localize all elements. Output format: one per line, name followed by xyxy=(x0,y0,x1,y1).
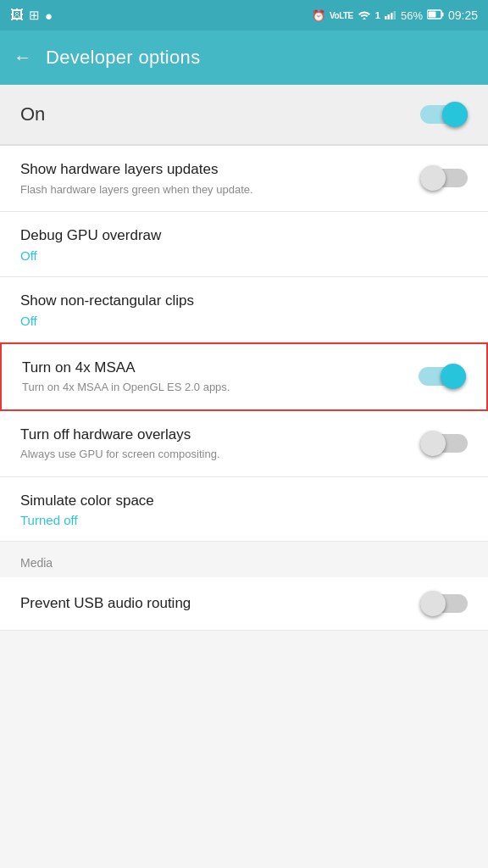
toggle-show-hardware-layers[interactable] xyxy=(420,165,468,191)
setting-title: Turn off hardware overlays xyxy=(20,425,407,445)
setting-text: Turn on 4x MSAA Turn on 4x MSAA in OpenG… xyxy=(22,358,419,396)
app-bar: ← Developer options xyxy=(0,31,488,85)
status-bar: 🖼 ⊞ ● ⏰ VoLTE 1 56% 09:25 xyxy=(0,0,488,31)
toggle-thumb xyxy=(441,364,466,389)
section-header-label: Media xyxy=(20,556,53,570)
main-toggle-switch[interactable] xyxy=(420,102,468,127)
setting-4x-msaa[interactable]: Turn on 4x MSAA Turn on 4x MSAA in OpenG… xyxy=(0,342,488,411)
setting-text: Turn off hardware overlays Always use GP… xyxy=(20,425,420,463)
toggle-4x-msaa[interactable] xyxy=(419,364,466,389)
setting-hardware-overlays[interactable]: Turn off hardware overlays Always use GP… xyxy=(0,411,488,477)
app-bar-title: Developer options xyxy=(46,47,200,69)
wifi-icon xyxy=(358,9,371,22)
svg-rect-6 xyxy=(428,11,435,17)
app-icon-3: ● xyxy=(45,8,53,23)
toggle-thumb xyxy=(442,102,468,127)
setting-subtitle: Always use GPU for screen compositing. xyxy=(20,447,407,462)
setting-text: Show non-rectangular clips Off xyxy=(20,291,468,328)
setting-text: Show hardware layers updates Flash hardw… xyxy=(20,159,420,198)
toggle-prevent-usb[interactable] xyxy=(420,591,468,616)
sim-icon: 1 xyxy=(375,10,380,20)
setting-subtitle: Turn on 4x MSAA in OpenGL ES 2.0 apps. xyxy=(22,380,405,395)
status-left-icons: 🖼 ⊞ ● xyxy=(10,8,53,23)
setting-title: Debug GPU overdraw xyxy=(20,225,454,246)
setting-debug-gpu[interactable]: Debug GPU overdraw Off xyxy=(0,212,488,277)
setting-subtitle: Flash hardware layers green when they up… xyxy=(20,182,407,198)
setting-text: Prevent USB audio routing xyxy=(20,593,420,614)
setting-value: Turned off xyxy=(20,513,454,527)
setting-title: Show hardware layers updates xyxy=(20,159,407,180)
setting-value: Off xyxy=(20,314,454,328)
main-toggle-row: On xyxy=(0,85,488,145)
volte-icon: VoLTE xyxy=(330,11,353,20)
back-button[interactable]: ← xyxy=(14,48,32,67)
svg-rect-1 xyxy=(387,14,390,19)
status-right-icons: ⏰ VoLTE 1 56% 09:25 xyxy=(312,8,478,22)
section-header-media: Media xyxy=(0,542,488,577)
setting-non-rectangular[interactable]: Show non-rectangular clips Off xyxy=(0,277,488,342)
signal-icon xyxy=(385,9,396,22)
setting-title: Prevent USB audio routing xyxy=(20,593,407,614)
svg-rect-2 xyxy=(391,13,393,19)
svg-rect-3 xyxy=(393,11,396,19)
setting-text: Simulate color space Turned off xyxy=(20,491,468,528)
alarm-icon: ⏰ xyxy=(312,9,325,22)
svg-rect-0 xyxy=(385,16,387,19)
toggle-hardware-overlays[interactable] xyxy=(420,431,468,456)
toggle-thumb xyxy=(420,431,446,456)
app-icon-1: 🖼 xyxy=(10,8,24,23)
svg-rect-5 xyxy=(441,12,443,16)
time-display: 09:25 xyxy=(448,8,478,22)
app-icon-2: ⊞ xyxy=(29,8,40,23)
battery-icon xyxy=(427,9,444,22)
setting-text: Debug GPU overdraw Off xyxy=(20,225,468,263)
setting-value: Off xyxy=(20,248,454,263)
setting-simulate-color[interactable]: Simulate color space Turned off xyxy=(0,477,488,542)
setting-title: Simulate color space xyxy=(20,491,454,511)
setting-show-hardware-layers[interactable]: Show hardware layers updates Flash hardw… xyxy=(0,146,488,212)
battery-percent: 56% xyxy=(401,9,423,22)
setting-title: Show non-rectangular clips xyxy=(20,291,454,311)
main-toggle-label: On xyxy=(20,103,45,125)
setting-title: Turn on 4x MSAA xyxy=(22,358,405,378)
setting-prevent-usb-audio[interactable]: Prevent USB audio routing xyxy=(0,577,488,631)
